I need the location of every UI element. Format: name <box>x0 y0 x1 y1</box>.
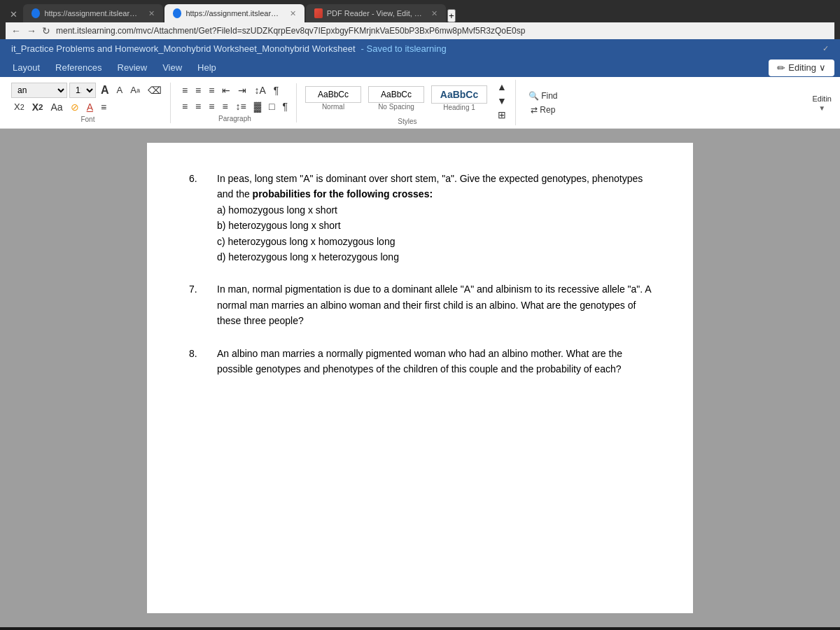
highlight-button[interactable]: ⊘ <box>68 100 82 114</box>
tab-label-2: https://assignment.itslearning.cc <box>186 9 283 18</box>
clear-format-button[interactable]: ⌫ <box>145 83 164 97</box>
line-spacing-button[interactable]: ↕≡ <box>233 99 249 113</box>
document-item-6: 6. In peas, long stem "A" is dominant ov… <box>189 171 651 265</box>
pencil-icon: ✏ <box>777 62 785 74</box>
font-size-select[interactable]: 11 10 12 14 <box>69 83 96 98</box>
tab-icon-2 <box>173 8 181 18</box>
styles-scroll-up[interactable]: ▲ <box>494 80 510 94</box>
tab-close-3[interactable]: ✕ <box>431 9 438 18</box>
find-icon: 🔍 <box>528 91 539 101</box>
browser-tab-3[interactable]: PDF Reader - View, Edit, and Con ✕ <box>306 4 446 22</box>
editing-group: Editin ▼ <box>809 93 834 112</box>
word-application: it_Practice Problems and Homework_Monohy… <box>0 39 840 627</box>
item-6-text: In peas, long stem "A" is dominant over … <box>217 171 651 265</box>
shading-button[interactable]: ▓ <box>251 99 264 113</box>
style-no-spacing[interactable]: AaBbCc <box>368 86 424 103</box>
shrink-font-button[interactable]: A <box>114 83 126 97</box>
tab-view[interactable]: View <box>155 58 189 77</box>
ribbon-tabs-bar: Layout References Review View Help ✏ Edi… <box>0 58 840 77</box>
grow-font-button[interactable]: A <box>98 83 112 98</box>
style-heading1[interactable]: AaBbCc <box>431 85 487 104</box>
numbering-button[interactable]: ≡ <box>192 83 204 97</box>
replace-icon: ⇄ <box>531 105 538 115</box>
new-tab-button[interactable]: + <box>447 9 456 22</box>
item-6b: b) heterozygous long x short <box>217 220 341 231</box>
align-right-button[interactable]: ≡ <box>206 99 217 113</box>
saved-status: - Saved to itslearning <box>361 43 447 54</box>
tab-references[interactable]: References <box>48 58 108 77</box>
refresh-button[interactable]: ↻ <box>42 25 50 36</box>
para-row-1: ≡ ≡ ≡ ⇤ ⇥ ↕A ¶ <box>179 83 281 97</box>
style-normal-sublabel: Normal <box>322 103 344 111</box>
increase-indent-button[interactable]: ⇥ <box>235 83 249 97</box>
url-display[interactable]: ment.itslearning.com/mvc/Attachment/Get?… <box>56 26 829 36</box>
replace-button[interactable]: ⇄ Rep <box>524 103 562 117</box>
justify-button[interactable]: ≡ <box>219 99 230 113</box>
browser-tab-2[interactable]: https://assignment.itslearning.cc ✕ <box>164 4 304 22</box>
close-window-button[interactable]: ✕ <box>6 6 22 22</box>
tab-review[interactable]: Review <box>111 58 155 77</box>
document-item-8: 8. An albino man marries a normally pigm… <box>189 346 651 377</box>
tab-label-3: PDF Reader - View, Edit, and Con <box>327 9 424 18</box>
document-item-7: 7. In man, normal pigmentation is due to… <box>189 281 651 328</box>
document-page: 6. In peas, long stem "A" is dominant ov… <box>147 143 693 613</box>
align-left-para-button[interactable]: ≡ <box>179 99 190 113</box>
pilcrow-button[interactable]: ¶ <box>279 99 290 113</box>
style-normal-label: AaBbCc <box>318 90 349 99</box>
show-formatting-button[interactable]: ¶ <box>271 83 282 97</box>
align-left-button[interactable]: ≡ <box>98 100 109 114</box>
subscript-x2-button[interactable]: X2 <box>11 100 27 113</box>
paragraph-group: ≡ ≡ ≡ ⇤ ⇥ ↕A ¶ ≡ ≡ ≡ ≡ ↕≡ ▓ □ ¶ Paragrap… <box>174 83 297 122</box>
decrease-indent-button[interactable]: ⇤ <box>219 83 233 97</box>
find-button[interactable]: 🔍 Find <box>524 89 562 103</box>
tab-close-1[interactable]: ✕ <box>148 9 155 18</box>
tab-layout[interactable]: Layout <box>6 58 47 77</box>
align-center-button[interactable]: ≡ <box>192 99 204 113</box>
item-6c: c) heterozygous long x homozygous long <box>217 236 395 247</box>
editing-chevron-icon: ∨ <box>819 62 826 73</box>
item-6-number: 6. <box>189 171 206 265</box>
tab-icon-1 <box>31 8 40 18</box>
font-a-color-button[interactable]: A <box>84 100 96 114</box>
sort-button[interactable]: ↕A <box>251 83 268 97</box>
browser-chrome: ✕ https://assignment.itslearning.cc ✕ ht… <box>0 0 840 39</box>
font-family-select[interactable]: an Calibri Arial <box>11 83 67 98</box>
address-bar: ← → ↻ ment.itslearning.com/mvc/Attachmen… <box>6 22 834 39</box>
tab-close-2[interactable]: ✕ <box>290 9 296 18</box>
style-heading1-label: AaBbCc <box>440 89 478 100</box>
editing-mode-label: Editin <box>809 93 834 104</box>
forward-button[interactable]: → <box>27 25 36 36</box>
style-no-spacing-sublabel: No Spacing <box>378 103 414 111</box>
browser-tab-1[interactable]: https://assignment.itslearning.cc ✕ <box>23 4 163 22</box>
font-group: an Calibri Arial 11 10 12 14 A A Aa ⌫ X2… <box>6 83 171 123</box>
style-heading1-sublabel: Heading 1 <box>443 104 475 111</box>
change-case-button[interactable]: Aa <box>127 83 143 97</box>
tab-bar: ✕ https://assignment.itslearning.cc ✕ ht… <box>6 4 834 22</box>
tab-help[interactable]: Help <box>190 58 223 77</box>
replace-label: Rep <box>540 105 555 115</box>
bullets-button[interactable]: ≡ <box>179 83 190 97</box>
item-8-main: An albino man marries a normally pigment… <box>217 348 622 374</box>
find-label: Find <box>541 91 557 101</box>
item-8-number: 8. <box>189 346 206 377</box>
item-8-text: An albino man marries a normally pigment… <box>217 346 651 377</box>
item-6d: d) heterozygous long x heterozygous long <box>217 251 399 262</box>
styles-scroll-down[interactable]: ▼ <box>494 94 510 108</box>
item-7-number: 7. <box>189 281 206 328</box>
borders-button[interactable]: □ <box>266 99 277 113</box>
save-indicator: ✓ <box>822 44 829 53</box>
multilevel-list-button[interactable]: ≡ <box>206 83 217 97</box>
find-replace-group: 🔍 Find ⇄ Rep <box>519 89 568 117</box>
word-title-bar: it_Practice Problems and Homework_Monohy… <box>0 39 840 58</box>
font-color-aa-button[interactable]: Aa <box>48 100 66 114</box>
item-7-text: In man, normal pigmentation is due to a … <box>217 281 651 328</box>
style-no-spacing-label: AaBbCc <box>381 90 412 99</box>
superscript-x2-button[interactable]: X2 <box>29 100 46 114</box>
editing-mode-button[interactable]: ✏ Editing ∨ <box>769 59 834 76</box>
back-button[interactable]: ← <box>11 25 21 36</box>
para-row-2: ≡ ≡ ≡ ≡ ↕≡ ▓ □ ¶ <box>179 99 290 113</box>
style-normal[interactable]: AaBbCc <box>305 86 361 103</box>
editing-button-label: Editing <box>788 62 816 73</box>
ribbon-toolbar: an Calibri Arial 11 10 12 14 A A Aa ⌫ X2… <box>0 77 840 129</box>
styles-group: AaBbCc Normal AaBbCc No Spacing AaBbCc H… <box>300 80 516 125</box>
